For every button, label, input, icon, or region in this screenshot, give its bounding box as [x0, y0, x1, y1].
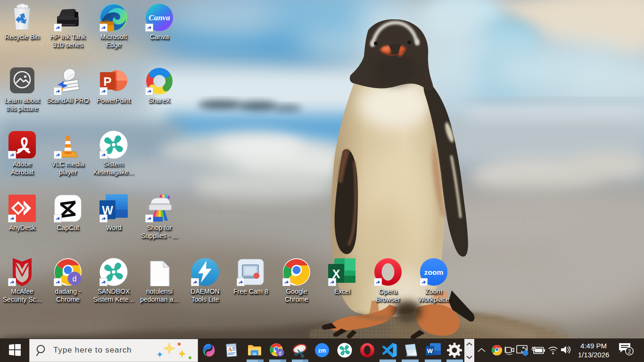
svg-text:zoom: zoom [424, 268, 443, 276]
svg-text:Canva: Canva [149, 13, 170, 22]
svg-text:zm: zm [318, 347, 326, 354]
svg-text:A: A [228, 346, 232, 353]
svg-text:d: d [279, 351, 281, 356]
svg-text:2: 2 [628, 348, 631, 355]
svg-text:P: P [103, 74, 111, 89]
svg-text:d: d [73, 275, 77, 283]
svg-text:W: W [427, 347, 433, 354]
